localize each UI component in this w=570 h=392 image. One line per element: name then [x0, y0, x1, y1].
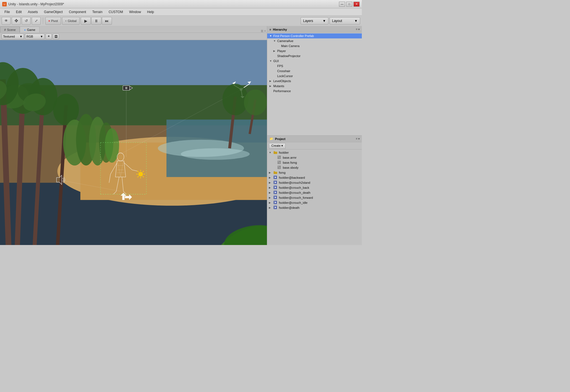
step-icon: ⏭ [105, 19, 109, 23]
menu-bar: File Edit Assets GameObject Component Te… [0, 8, 362, 16]
main-content: # Scene ● Game ☰ = Textured ▼ RGB ▼ ☀ 🖼 [0, 26, 362, 245]
svg-rect-88 [279, 162, 280, 163]
project-item[interactable]: base.armr [267, 155, 362, 160]
view-tab-bar: # Scene ● Game ☰ = [0, 26, 267, 33]
svg-rect-86 [279, 161, 280, 162]
rotate-icon: ↺ [25, 19, 28, 23]
project-item[interactable]: base.sbody [267, 165, 362, 170]
svg-rect-80 [278, 156, 279, 157]
game-tab-icon: ● [24, 28, 26, 31]
render-mode-select[interactable]: Textured ▼ [2, 34, 24, 39]
global-color-icon: ● [65, 19, 67, 22]
pivot-button[interactable]: ■ Pivot [45, 17, 61, 25]
hierarchy-item[interactable]: ▶Player [267, 48, 362, 53]
svg-rect-94 [274, 172, 277, 174]
menu-edit[interactable]: Edit [13, 9, 24, 14]
hierarchy-item[interactable]: ▼CameraAxe [267, 38, 362, 43]
hierarchy-item[interactable]: ▼First Person Controller Prefab [267, 33, 362, 38]
svg-point-9 [181, 148, 250, 160]
tab-scene[interactable]: # Scene [0, 26, 20, 33]
project-item[interactable]: ▶fsmg [267, 170, 362, 175]
global-button[interactable]: ● Global [62, 17, 80, 25]
menu-window[interactable]: Window [126, 9, 144, 14]
hierarchy-item[interactable]: ShadowProjector [267, 53, 362, 58]
project-menu[interactable]: = ▾ [356, 137, 360, 140]
svg-point-26 [105, 128, 119, 163]
hierarchy-item[interactable]: ▶Mutants [267, 84, 362, 89]
layers-dropdown[interactable]: Layers ▼ [301, 17, 328, 24]
hierarchy-item[interactable]: FPS [267, 63, 362, 68]
project-item[interactable]: ▼fsoldier [267, 150, 362, 155]
move-tool-button[interactable]: ✥ [12, 17, 21, 25]
right-panel: ≡ Hierarchy = ▾ ▼First Person Controller… [267, 26, 362, 245]
menu-custom[interactable]: CUSTOM [106, 9, 126, 14]
menu-help[interactable]: Help [144, 9, 157, 14]
project-panel: 📁 Project = ▾ Create ▾ ▼fsoldierbase.arm… [267, 136, 362, 245]
layers-label: Layers [303, 19, 313, 23]
tab-menu-icon[interactable]: ☰ = [261, 30, 266, 33]
svg-rect-85 [278, 161, 279, 162]
svg-rect-83 [279, 157, 280, 158]
project-header: 📁 Project = ▾ [267, 136, 362, 142]
step-button[interactable]: ⏭ [102, 17, 112, 25]
menu-gameobject[interactable]: GameObject [41, 9, 65, 14]
hierarchy-content[interactable]: ▼First Person Controller Prefab▼CameraAx… [267, 33, 362, 135]
project-item[interactable]: ▶fsoldier@crouch_death [267, 190, 362, 195]
left-panel: # Scene ● Game ☰ = Textured ▼ RGB ▼ ☀ 🖼 [0, 26, 267, 245]
hierarchy-item[interactable]: ▼GUI [267, 58, 362, 63]
scene-toolbar: Textured ▼ RGB ▼ ☀ 🖼 [0, 33, 267, 40]
color-mode-select[interactable]: RGB ▼ [25, 34, 45, 39]
scene-viewport[interactable] [0, 40, 267, 245]
play-button[interactable]: ▶ [81, 17, 91, 25]
separator-1 [43, 18, 43, 24]
hierarchy-item[interactable]: Main Camera [267, 43, 362, 48]
unity-icon: U [2, 2, 7, 6]
rotate-tool-button[interactable]: ↺ [22, 17, 31, 25]
sun-icon-btn[interactable]: ☀ [46, 34, 52, 39]
project-item[interactable]: ▶fsoldier@backward [267, 175, 362, 180]
render-mode-label: Textured [3, 35, 15, 38]
minimize-button[interactable]: — [339, 2, 345, 7]
svg-rect-95 [274, 171, 275, 172]
layout-dropdown[interactable]: Layout ▼ [330, 17, 360, 24]
global-label: Global [68, 19, 77, 23]
menu-terrain[interactable]: Terrain [89, 9, 105, 14]
project-folder-icon: 📁 [269, 137, 273, 141]
play-controls: ▶ ⏸ ⏭ [81, 17, 112, 25]
hierarchy-item[interactable]: Crosshair [267, 68, 362, 74]
hierarchy-menu[interactable]: = ▾ [356, 28, 360, 31]
image-icon-btn[interactable]: 🖼 [53, 34, 59, 39]
menu-file[interactable]: File [2, 9, 13, 14]
svg-rect-92 [278, 167, 279, 168]
play-icon: ▶ [84, 19, 87, 23]
svg-rect-90 [278, 166, 279, 167]
maximize-button[interactable]: □ [346, 2, 352, 7]
create-button[interactable]: Create ▾ [269, 143, 286, 149]
window-title: Unity - Islands.unity - MyProject2009* [8, 2, 64, 6]
color-mode-arrow: ▼ [40, 35, 43, 38]
project-item[interactable]: ▶fsoldier@crouch_back [267, 185, 362, 190]
toolbar: 👁 ✥ ↺ ⤢ ■ Pivot ● Global ▶ ⏸ ⏭ Layers ▼ … [0, 16, 362, 26]
pause-button[interactable]: ⏸ [91, 17, 101, 25]
project-item[interactable]: ▶fsoldier@crouch_forward [267, 195, 362, 200]
window-controls: — □ ✕ [339, 2, 360, 7]
project-item[interactable]: ▶fsoldier@crouch_idle [267, 200, 362, 205]
project-item[interactable]: ▶fsoldier@crouch2stand [267, 180, 362, 185]
pivot-label: Pivot [51, 19, 58, 23]
eye-tool-button[interactable]: 👁 [2, 17, 11, 25]
pivot-color-icon: ■ [48, 19, 50, 22]
hierarchy-item[interactable]: Performance [267, 89, 362, 94]
tab-game[interactable]: ● Game [20, 26, 40, 33]
hierarchy-title: Hierarchy [273, 28, 287, 31]
title-text: U Unity - Islands.unity - MyProject2009* [2, 2, 64, 6]
layout-label: Layout [332, 19, 342, 23]
menu-assets[interactable]: Assets [25, 9, 41, 14]
close-button[interactable]: ✕ [353, 2, 360, 7]
project-item[interactable]: ▶fsoldier@death [267, 205, 362, 210]
hierarchy-item[interactable]: ▶LevelObjects [267, 79, 362, 84]
scale-tool-button[interactable]: ⤢ [32, 17, 41, 25]
project-item[interactable]: base.fsmg [267, 160, 362, 165]
project-content[interactable]: ▼fsoldierbase.armrbase.fsmgbase.sbody▶fs… [267, 150, 362, 245]
hierarchy-item[interactable]: LockCursor [267, 74, 362, 79]
menu-component[interactable]: Component [66, 9, 89, 14]
